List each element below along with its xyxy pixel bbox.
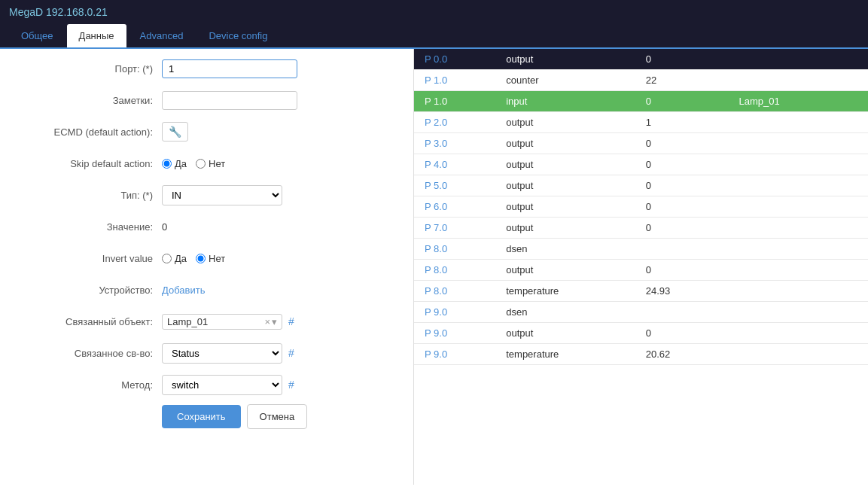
type-cell: output [495,49,635,70]
label-cell [728,323,868,344]
device-row: Устройство: Добавить [15,278,398,302]
value-cell: 0 [635,154,729,175]
label-cell [728,196,868,218]
linked-obj-value: Lamp_01 [167,316,264,327]
invert-yes-text: Да [175,253,187,264]
label-cell [728,49,868,70]
invert-label: Invert value [15,253,162,264]
skip-no-label[interactable]: Нет [196,158,225,169]
cancel-button[interactable]: Отмена [247,404,308,429]
invert-row: Invert value Да Нет [15,246,398,270]
port-cell: P 8.0 [414,239,495,260]
table-row[interactable]: P 1.0input0Lamp_01 [414,91,868,112]
skip-yes-radio[interactable] [162,159,172,169]
linked-obj-hash-link[interactable]: # [288,315,294,327]
label-cell [728,218,868,239]
label-cell [728,239,868,260]
method-select[interactable]: switch toggle set [162,375,282,395]
add-device-link[interactable]: Добавить [162,285,205,296]
type-select[interactable]: IN OUT DSen NC [162,185,282,205]
table-row[interactable]: P 9.0temperature20.62 [414,344,868,365]
nav-tabs: Общее Данные Advanced Device config [0,24,868,49]
type-cell: input [495,91,635,112]
notes-input-wrap [162,91,398,110]
type-control-wrap: IN OUT DSen NC [162,185,398,205]
port-input-wrap [162,59,398,78]
method-label: Метод: [15,379,162,391]
data-table: P 0.0output0P 1.0counter22P 1.0input0Lam… [414,49,868,365]
type-row: Тип: (*) IN OUT DSen NC [15,183,398,207]
table-row[interactable]: P 2.0output1 [414,112,868,133]
ecmd-wrench-button[interactable]: 🔧 [162,122,188,142]
value-cell: 0 [635,196,729,218]
linked-prop-label: Связанное св-во: [15,348,162,359]
type-cell: temperature [495,344,635,365]
table-row[interactable]: P 6.0output0 [414,196,868,218]
value-cell: 22 [635,70,729,91]
type-cell: output [495,154,635,175]
table-row[interactable]: P 8.0output0 [414,260,868,281]
value-cell: 0 [635,133,729,154]
table-row[interactable]: P 5.0output0 [414,175,868,196]
clear-linked-obj-button[interactable]: × [264,316,270,327]
table-row[interactable]: P 3.0output0 [414,133,868,154]
label-cell [728,133,868,154]
tab-advanced[interactable]: Advanced [128,24,196,47]
linked-prop-select[interactable]: Status Value Other [162,343,282,364]
topbar: MegaD 192.168.0.21 [0,0,868,24]
skip-no-text: Нет [209,158,225,169]
invert-radio-group: Да Нет [162,253,398,264]
table-row[interactable]: P 0.0output0 [414,49,868,70]
main-content: Порт: (*) Заметки: ECMD (default action)… [0,49,868,485]
skip-no-radio[interactable] [196,159,206,169]
table-row[interactable]: P 8.0dsen [414,239,868,260]
linked-prop-hash-link[interactable]: # [288,347,294,359]
port-cell: P 9.0 [414,344,495,365]
port-cell: P 2.0 [414,112,495,133]
value-cell: 0 [635,323,729,344]
value-label: Значение: [15,221,162,233]
value-display-wrap: 0 [162,221,398,233]
table-row[interactable]: P 8.0temperature24.93 [414,281,868,302]
value-cell [635,302,729,323]
label-cell [728,281,868,302]
linked-obj-dropdown-icon[interactable]: ▾ [272,316,277,327]
value-cell: 0 [635,91,729,112]
port-cell: P 8.0 [414,281,495,302]
linked-obj-input[interactable]: Lamp_01 × ▾ [162,314,282,330]
table-row[interactable]: P 9.0output0 [414,323,868,344]
invert-yes-radio[interactable] [162,254,172,263]
label-cell [728,302,868,323]
tab-obshee[interactable]: Общее [9,24,65,47]
skip-radio-group: Да Нет [162,158,398,169]
skip-row: Skip default action: Да Нет [15,151,398,175]
notes-input[interactable] [162,91,297,110]
invert-control-wrap: Да Нет [162,253,398,264]
label-cell [728,154,868,175]
method-hash-link[interactable]: # [288,379,294,391]
table-row[interactable]: P 4.0output0 [414,154,868,175]
wrench-icon: 🔧 [169,126,181,138]
port-cell: P 4.0 [414,154,495,175]
table-row[interactable]: P 9.0dsen [414,302,868,323]
linked-obj-control-wrap: Lamp_01 × ▾ # [162,314,398,330]
invert-yes-label[interactable]: Да [162,253,187,264]
table-row[interactable]: P 1.0counter22 [414,70,868,91]
save-button[interactable]: Сохранить [162,405,241,428]
linked-obj-row: Связанный объект: Lamp_01 × ▾ # [15,309,398,333]
invert-no-label[interactable]: Нет [196,253,225,264]
notes-row: Заметки: [15,88,398,112]
table-row[interactable]: P 7.0output0 [414,218,868,239]
skip-label: Skip default action: [15,158,162,169]
ecmd-label: ECMD (default action): [15,126,162,138]
value-row: Значение: 0 [15,215,398,239]
ecmd-row: ECMD (default action): 🔧 [15,120,398,144]
value-cell: 0 [635,49,729,70]
tab-dannye[interactable]: Данные [67,24,126,47]
skip-yes-label[interactable]: Да [162,158,187,169]
port-cell: P 9.0 [414,302,495,323]
invert-no-radio[interactable] [196,254,206,263]
label-cell [728,260,868,281]
port-input[interactable] [162,59,297,78]
tab-device-config[interactable]: Device config [196,24,279,47]
